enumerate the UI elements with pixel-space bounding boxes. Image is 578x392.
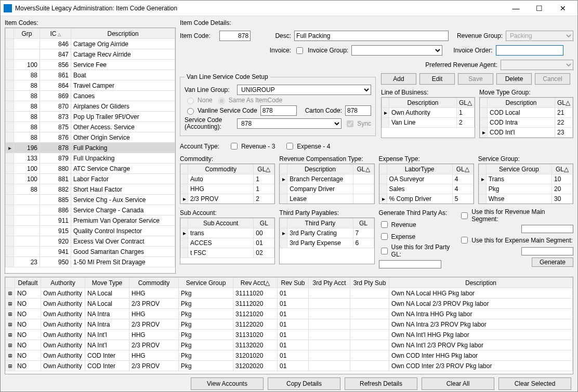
item-code-row[interactable]: 88869Canoes (6, 91, 175, 101)
grid-row[interactable]: ▸% Comp Driver5 (379, 194, 473, 204)
item-code-row[interactable]: 100880ATC Service Charge (6, 164, 175, 174)
item-code-row[interactable]: 911Premium Van Operator Service (6, 215, 175, 226)
account-row[interactable]: ⊞NOOwn AuthorityNA Int'l2/3 PROVPkg31132… (6, 340, 573, 350)
item-code-row[interactable]: 885Service Chg - Aux Service (6, 195, 175, 205)
grid-row[interactable]: ▸COD Int'l23 (480, 128, 573, 138)
refresh-details-button[interactable]: Refresh Details (345, 377, 417, 390)
account-row[interactable]: ⊞NOOwn AuthorityNA IntraHHGPkg3112102001… (6, 309, 573, 319)
close-button[interactable]: ✕ (551, 1, 574, 16)
view-accounts-button[interactable]: View Accounts (191, 377, 264, 390)
item-code-row[interactable]: 100856Service Fee (6, 60, 175, 70)
grid-row[interactable]: ▸trans00 (181, 228, 274, 238)
lob-grid[interactable]: DescriptionGL△ ▸Own Authority1Van Line2 (381, 97, 475, 138)
item-code-row[interactable]: 88875Other Access. Service (6, 122, 175, 132)
invoice-group-select[interactable] (351, 45, 442, 56)
use-rev-main-seg-checkbox[interactable] (461, 212, 468, 219)
vanline-same-radio[interactable] (218, 98, 225, 104)
grid-row[interactable]: COD Intra22 (480, 118, 573, 128)
grid-row[interactable]: ACCES01 (181, 238, 274, 248)
delete-button[interactable]: Delete (496, 73, 532, 85)
item-code-row[interactable]: 88876Other Origin Service (6, 132, 175, 143)
col-movetype[interactable]: Move Type (85, 278, 129, 288)
grid-row[interactable]: ▸Branch Percentage (280, 174, 374, 184)
third-party-gl-input[interactable] (379, 260, 441, 268)
cancel-button[interactable]: Cancel (535, 73, 570, 85)
desc-input[interactable] (294, 31, 449, 41)
col-description[interactable]: Description (389, 278, 573, 288)
vanline-group-select[interactable]: UNIGROUP (237, 85, 371, 95)
use-exp-main-seg-checkbox[interactable] (461, 237, 468, 244)
item-code-row[interactable]: 941Good Samaritan Charges (6, 247, 175, 257)
subacct-grid[interactable]: Sub AccountGL ▸trans00ACCES01t FSC02 (180, 218, 275, 264)
item-code-row[interactable]: 915Quality Control Inspector (6, 226, 175, 236)
mtg-grid[interactable]: DescriptionGL△ COD Local21COD Intra22▸CO… (479, 97, 573, 138)
item-code-row[interactable]: 847Cartage Recv Airride (6, 49, 175, 60)
use-3rdparty-gl-checkbox[interactable] (381, 248, 388, 254)
save-button[interactable]: Save (458, 73, 493, 85)
invoice-order-input[interactable] (496, 45, 563, 56)
grid-row[interactable]: ▸Trans10 (479, 174, 572, 184)
col-grp[interactable]: Grp (14, 29, 40, 39)
account-row[interactable]: ⊞NOOwn AuthorityCOD Inter2/3 PROVPkg3120… (6, 361, 573, 371)
grid-row[interactable]: t FSC02 (181, 248, 274, 258)
col-desc[interactable]: Description (71, 29, 175, 39)
gtpa-revenue-checkbox[interactable] (381, 221, 388, 228)
rev-main-seg-input[interactable] (521, 225, 573, 233)
service-code-accounting-select[interactable]: 878 (237, 118, 341, 129)
grid-row[interactable]: 3rd Party Expense6 (280, 238, 374, 248)
rct-grid[interactable]: DescriptionGL△ ▸Branch PercentageCompany… (279, 164, 374, 204)
grid-row[interactable]: OA Surveyor4 (379, 174, 473, 184)
revenue-group-select[interactable]: Packing (506, 31, 573, 41)
item-code-row[interactable]: 886Service Charge - Canada (6, 205, 175, 215)
commodity-grid[interactable]: CommodityGL△ Auto1HHG1▸2/3 PROV2 (180, 164, 275, 204)
col-3rdptyacct[interactable]: 3rd Pty Acct (309, 278, 350, 288)
grid-row[interactable]: Company Driver (280, 184, 374, 194)
item-code-input[interactable] (219, 31, 251, 41)
clear-selected-button[interactable]: Clear Selected (498, 377, 571, 390)
account-row[interactable]: ⊞NOOwn AuthorityNA Local2/3 PROVPkg31112… (6, 299, 573, 309)
col-commodity[interactable]: Commodity (129, 278, 179, 288)
account-row[interactable]: ⊞NOOwn AuthorityNA LocalHHGPkg3111102001… (6, 288, 573, 299)
item-code-row[interactable]: ▸196878Full Packing (6, 143, 175, 153)
tpp-grid[interactable]: Third PartyGL ▸3rd Party Crating73rd Par… (279, 218, 374, 264)
item-code-row[interactable]: 133879Full Unpacking (6, 153, 175, 164)
exp-main-seg-input[interactable] (521, 247, 573, 255)
item-code-row[interactable]: 846Cartage Orig Airride (6, 39, 175, 49)
grid-row[interactable]: Van Line2 (382, 118, 475, 128)
minimize-button[interactable]: — (504, 1, 528, 16)
add-button[interactable]: Add (381, 73, 416, 85)
expense-checkbox[interactable] (286, 143, 293, 150)
col-revsub[interactable]: Rev Sub (278, 278, 309, 288)
item-code-row[interactable]: 100881Labor Factor (6, 174, 175, 184)
revenue-checkbox[interactable] (231, 143, 238, 150)
pref-rev-agent-select[interactable] (501, 60, 573, 70)
grid-row[interactable]: Sales4 (379, 184, 473, 194)
grid-row[interactable]: ▸2/3 PROV2 (181, 194, 274, 204)
col-3rdptysub[interactable]: 3rd Pty Sub (350, 278, 389, 288)
account-row[interactable]: ⊞NOOwn AuthorityNA Int'lHHGPkg3113102001… (6, 330, 573, 340)
grid-row[interactable]: Lease (280, 194, 374, 204)
svcgrp-grid[interactable]: Service GroupGL△ ▸Trans10Pkg20Whse30 (478, 164, 573, 204)
vanline-service-code-input[interactable] (260, 105, 297, 116)
account-row[interactable]: ⊞NOOwn AuthorityCOD InterHHGPkg312010200… (6, 350, 573, 361)
clear-all-button[interactable]: Clear All (422, 377, 494, 390)
accounts-grid[interactable]: Default Authority Move Type Commodity Se… (5, 277, 573, 374)
grid-row[interactable]: Whse30 (479, 194, 572, 204)
gtpa-expense-checkbox[interactable] (381, 233, 388, 240)
generate-button[interactable]: Generate (532, 258, 573, 267)
vanline-none-radio[interactable] (187, 98, 194, 104)
item-code-row[interactable]: 88864Travel Camper (6, 80, 175, 91)
grid-row[interactable]: Pkg20 (479, 184, 572, 194)
grid-row[interactable]: ▸Own Authority1 (382, 108, 475, 118)
item-code-row[interactable]: 88873Pop Up Trailer 9Ft/Over (6, 112, 175, 122)
item-code-row[interactable]: 88861Boat (6, 70, 175, 80)
exptype-grid[interactable]: LaborTypeGL△ OA Surveyor4Sales4▸% Comp D… (379, 164, 474, 204)
col-ic[interactable]: IC△ (40, 29, 71, 39)
invoice-checkbox[interactable] (296, 47, 303, 54)
maximize-button[interactable]: ☐ (528, 1, 551, 16)
item-code-row[interactable]: 88882Short Haul Factor (6, 184, 175, 195)
col-servicegroup[interactable]: Service Group (179, 278, 233, 288)
carton-code-input[interactable] (345, 105, 371, 116)
col-default[interactable]: Default (15, 278, 41, 288)
grid-row[interactable]: COD Local21 (480, 108, 573, 118)
